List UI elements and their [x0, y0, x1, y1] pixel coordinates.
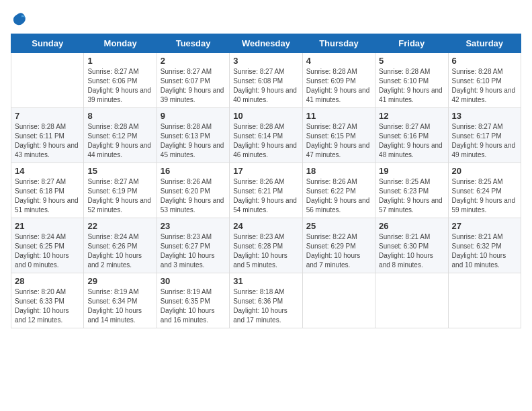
day-info: Sunrise: 8:27 AMSunset: 6:07 PMDaylight:… [161, 67, 226, 105]
logo [11, 11, 30, 27]
calendar-cell: 6Sunrise: 8:28 AMSunset: 6:10 PMDaylight… [448, 53, 521, 108]
calendar-week-row: 21Sunrise: 8:24 AMSunset: 6:25 PMDayligh… [11, 218, 521, 273]
day-number: 26 [379, 221, 444, 231]
calendar-cell: 26Sunrise: 8:21 AMSunset: 6:30 PMDayligh… [375, 218, 448, 273]
day-number: 28 [15, 276, 80, 286]
day-number: 21 [15, 221, 80, 231]
col-header-thursday: Thursday [302, 34, 375, 53]
day-info: Sunrise: 8:28 AMSunset: 6:13 PMDaylight:… [161, 122, 226, 160]
day-number: 6 [452, 56, 517, 66]
day-number: 14 [15, 166, 80, 176]
calendar-cell: 5Sunrise: 8:28 AMSunset: 6:10 PMDaylight… [375, 53, 448, 108]
day-info: Sunrise: 8:22 AMSunset: 6:29 PMDaylight:… [306, 232, 371, 270]
day-info: Sunrise: 8:26 AMSunset: 6:21 PMDaylight:… [233, 177, 298, 215]
calendar-week-row: 14Sunrise: 8:27 AMSunset: 6:18 PMDayligh… [11, 163, 521, 218]
day-info: Sunrise: 8:23 AMSunset: 6:28 PMDaylight:… [233, 232, 298, 270]
calendar-cell: 13Sunrise: 8:27 AMSunset: 6:17 PMDayligh… [448, 108, 521, 163]
day-number: 9 [161, 111, 226, 121]
day-info: Sunrise: 8:26 AMSunset: 6:22 PMDaylight:… [306, 177, 371, 215]
day-info: Sunrise: 8:23 AMSunset: 6:27 PMDaylight:… [161, 232, 226, 270]
calendar-cell: 19Sunrise: 8:25 AMSunset: 6:23 PMDayligh… [375, 163, 448, 218]
page-header [11, 11, 521, 27]
calendar-cell [302, 273, 375, 328]
calendar-week-row: 28Sunrise: 8:20 AMSunset: 6:33 PMDayligh… [11, 273, 521, 328]
calendar-cell: 9Sunrise: 8:28 AMSunset: 6:13 PMDaylight… [157, 108, 229, 163]
day-info: Sunrise: 8:28 AMSunset: 6:10 PMDaylight:… [379, 67, 444, 105]
day-number: 29 [87, 276, 152, 286]
day-number: 27 [452, 221, 517, 231]
day-number: 19 [379, 166, 444, 176]
day-number: 16 [161, 166, 226, 176]
calendar-week-row: 7Sunrise: 8:28 AMSunset: 6:11 PMDaylight… [11, 108, 521, 163]
calendar-cell: 8Sunrise: 8:28 AMSunset: 6:12 PMDaylight… [84, 108, 157, 163]
day-info: Sunrise: 8:26 AMSunset: 6:20 PMDaylight:… [161, 177, 226, 215]
calendar-cell: 14Sunrise: 8:27 AMSunset: 6:18 PMDayligh… [11, 163, 84, 218]
calendar-cell: 30Sunrise: 8:19 AMSunset: 6:35 PMDayligh… [157, 273, 229, 328]
calendar-cell: 4Sunrise: 8:28 AMSunset: 6:09 PMDaylight… [302, 53, 375, 108]
day-info: Sunrise: 8:27 AMSunset: 6:06 PMDaylight:… [87, 67, 152, 105]
day-number: 30 [161, 276, 226, 286]
col-header-sunday: Sunday [11, 34, 84, 53]
day-info: Sunrise: 8:19 AMSunset: 6:34 PMDaylight:… [87, 287, 152, 325]
calendar-header-row: SundayMondayTuesdayWednesdayThursdayFrid… [11, 34, 521, 53]
day-info: Sunrise: 8:27 AMSunset: 6:15 PMDaylight:… [306, 122, 371, 160]
day-info: Sunrise: 8:24 AMSunset: 6:26 PMDaylight:… [87, 232, 152, 270]
calendar-cell: 12Sunrise: 8:27 AMSunset: 6:16 PMDayligh… [375, 108, 448, 163]
col-header-tuesday: Tuesday [157, 34, 229, 53]
calendar-cell [448, 273, 521, 328]
day-number: 22 [87, 221, 152, 231]
day-number: 20 [452, 166, 517, 176]
calendar-cell: 29Sunrise: 8:19 AMSunset: 6:34 PMDayligh… [84, 273, 157, 328]
day-number: 24 [233, 221, 298, 231]
calendar-table: SundayMondayTuesdayWednesdayThursdayFrid… [11, 34, 521, 328]
day-number: 4 [306, 56, 371, 66]
day-info: Sunrise: 8:19 AMSunset: 6:35 PMDaylight:… [161, 287, 226, 325]
calendar-cell: 23Sunrise: 8:23 AMSunset: 6:27 PMDayligh… [157, 218, 229, 273]
day-number: 18 [306, 166, 371, 176]
day-info: Sunrise: 8:21 AMSunset: 6:30 PMDaylight:… [379, 232, 444, 270]
calendar-cell: 28Sunrise: 8:20 AMSunset: 6:33 PMDayligh… [11, 273, 84, 328]
day-number: 3 [233, 56, 298, 66]
day-number: 8 [87, 111, 152, 121]
day-number: 12 [379, 111, 444, 121]
day-info: Sunrise: 8:28 AMSunset: 6:10 PMDaylight:… [452, 67, 517, 105]
calendar-cell: 16Sunrise: 8:26 AMSunset: 6:20 PMDayligh… [157, 163, 229, 218]
calendar-cell: 2Sunrise: 8:27 AMSunset: 6:07 PMDaylight… [157, 53, 229, 108]
day-number: 23 [161, 221, 226, 231]
day-number: 10 [233, 111, 298, 121]
day-info: Sunrise: 8:20 AMSunset: 6:33 PMDaylight:… [15, 287, 80, 325]
calendar-cell: 21Sunrise: 8:24 AMSunset: 6:25 PMDayligh… [11, 218, 84, 273]
day-info: Sunrise: 8:21 AMSunset: 6:32 PMDaylight:… [452, 232, 517, 270]
day-number: 1 [87, 56, 152, 66]
calendar-cell: 25Sunrise: 8:22 AMSunset: 6:29 PMDayligh… [302, 218, 375, 273]
day-info: Sunrise: 8:27 AMSunset: 6:08 PMDaylight:… [233, 67, 298, 105]
col-header-friday: Friday [375, 34, 448, 53]
col-header-wednesday: Wednesday [230, 34, 302, 53]
calendar-cell: 11Sunrise: 8:27 AMSunset: 6:15 PMDayligh… [302, 108, 375, 163]
calendar-cell: 24Sunrise: 8:23 AMSunset: 6:28 PMDayligh… [230, 218, 302, 273]
calendar-cell [11, 53, 84, 108]
col-header-saturday: Saturday [448, 34, 521, 53]
calendar-cell: 20Sunrise: 8:25 AMSunset: 6:24 PMDayligh… [448, 163, 521, 218]
calendar-cell: 1Sunrise: 8:27 AMSunset: 6:06 PMDaylight… [84, 53, 157, 108]
calendar-cell: 27Sunrise: 8:21 AMSunset: 6:32 PMDayligh… [448, 218, 521, 273]
day-number: 5 [379, 56, 444, 66]
calendar-cell: 15Sunrise: 8:27 AMSunset: 6:19 PMDayligh… [84, 163, 157, 218]
day-info: Sunrise: 8:27 AMSunset: 6:16 PMDaylight:… [379, 122, 444, 160]
day-info: Sunrise: 8:28 AMSunset: 6:14 PMDaylight:… [233, 122, 298, 160]
calendar-cell: 22Sunrise: 8:24 AMSunset: 6:26 PMDayligh… [84, 218, 157, 273]
day-info: Sunrise: 8:28 AMSunset: 6:11 PMDaylight:… [15, 122, 80, 160]
day-number: 2 [161, 56, 226, 66]
day-info: Sunrise: 8:24 AMSunset: 6:25 PMDaylight:… [15, 232, 80, 270]
calendar-cell: 7Sunrise: 8:28 AMSunset: 6:11 PMDaylight… [11, 108, 84, 163]
day-number: 17 [233, 166, 298, 176]
day-number: 13 [452, 111, 517, 121]
day-number: 11 [306, 111, 371, 121]
day-number: 25 [306, 221, 371, 231]
day-number: 7 [15, 111, 80, 121]
calendar-cell: 17Sunrise: 8:26 AMSunset: 6:21 PMDayligh… [230, 163, 302, 218]
day-info: Sunrise: 8:28 AMSunset: 6:09 PMDaylight:… [306, 67, 371, 105]
calendar-cell [375, 273, 448, 328]
day-number: 15 [87, 166, 152, 176]
calendar-cell: 18Sunrise: 8:26 AMSunset: 6:22 PMDayligh… [302, 163, 375, 218]
